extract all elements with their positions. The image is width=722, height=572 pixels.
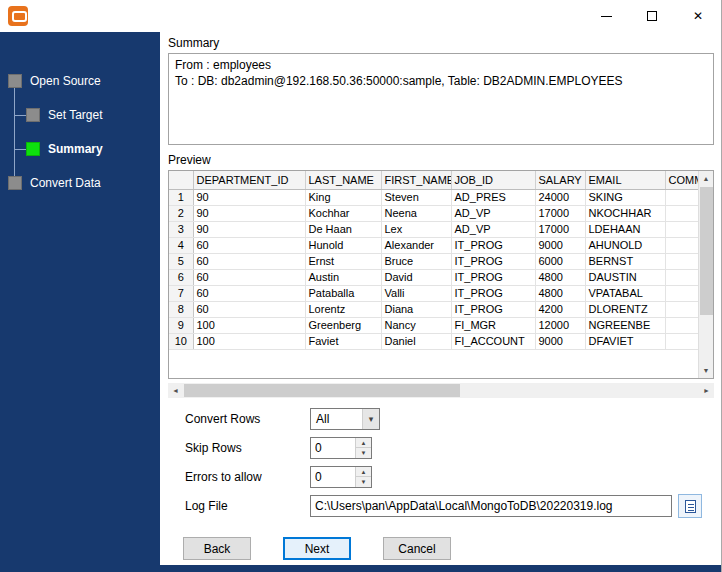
table-row[interactable]: 760PataballaValliIT_PROG4800VPATABAL — [169, 285, 698, 301]
cell[interactable]: 17000 — [535, 221, 585, 237]
cell[interactable]: Greenberg — [305, 317, 381, 333]
cell[interactable]: 60 — [193, 301, 305, 317]
cell[interactable] — [665, 301, 698, 317]
cell[interactable]: 90 — [193, 221, 305, 237]
table-row[interactable]: 660AustinDavidIT_PROG4800DAUSTIN — [169, 269, 698, 285]
scroll-up-icon[interactable]: ▲ — [699, 171, 714, 186]
column-header[interactable]: FIRST_NAME — [381, 171, 451, 189]
column-header[interactable]: SALARY — [535, 171, 585, 189]
cell[interactable]: 6000 — [535, 253, 585, 269]
cell[interactable]: FI_ACCOUNT — [451, 333, 535, 349]
row-number[interactable]: 1 — [169, 189, 193, 205]
table-row[interactable]: 190KingStevenAD_PRES24000SKING — [169, 189, 698, 205]
cell[interactable]: DAUSTIN — [585, 269, 665, 285]
cell[interactable]: 60 — [193, 253, 305, 269]
cell[interactable]: Diana — [381, 301, 451, 317]
next-button[interactable]: Next — [283, 537, 351, 560]
cell[interactable]: Steven — [381, 189, 451, 205]
cell[interactable]: Valli — [381, 285, 451, 301]
cell[interactable]: Bruce — [381, 253, 451, 269]
skip-rows-input[interactable] — [311, 438, 355, 458]
cell[interactable]: SKING — [585, 189, 665, 205]
cell[interactable]: IT_PROG — [451, 237, 535, 253]
cell[interactable] — [665, 253, 698, 269]
cell[interactable]: Ernst — [305, 253, 381, 269]
spin-down-icon[interactable]: ▼ — [356, 448, 371, 458]
cell[interactable]: AHUNOLD — [585, 237, 665, 253]
horizontal-scrollbar-thumb[interactable] — [184, 384, 460, 397]
cell[interactable]: AD_VP — [451, 205, 535, 221]
cell[interactable]: 4800 — [535, 269, 585, 285]
cell[interactable]: 12000 — [535, 317, 585, 333]
spin-down-icon[interactable]: ▼ — [356, 477, 371, 487]
vertical-scrollbar[interactable]: ▲ ▼ — [698, 171, 713, 378]
cell[interactable]: De Haan — [305, 221, 381, 237]
row-number-header[interactable] — [169, 171, 193, 189]
cell[interactable]: Lorentz — [305, 301, 381, 317]
cell[interactable]: IT_PROG — [451, 253, 535, 269]
spin-up-icon[interactable]: ▲ — [356, 467, 371, 477]
cell[interactable]: 60 — [193, 237, 305, 253]
close-button[interactable]: ✕ — [675, 0, 721, 32]
cell[interactable]: 60 — [193, 269, 305, 285]
cell[interactable]: Pataballa — [305, 285, 381, 301]
column-header[interactable]: COMMI — [665, 171, 698, 189]
log-file-input[interactable] — [310, 495, 672, 517]
errors-to-allow-input[interactable] — [311, 467, 355, 487]
scroll-right-icon[interactable]: ► — [699, 383, 714, 398]
cell[interactable] — [665, 285, 698, 301]
cancel-button[interactable]: Cancel — [383, 537, 451, 560]
cell[interactable] — [665, 221, 698, 237]
row-number[interactable]: 5 — [169, 253, 193, 269]
cell[interactable]: NKOCHHAR — [585, 205, 665, 221]
row-number[interactable]: 4 — [169, 237, 193, 253]
cell[interactable]: 100 — [193, 333, 305, 349]
spin-up-icon[interactable]: ▲ — [356, 438, 371, 448]
cell[interactable]: Lex — [381, 221, 451, 237]
maximize-button[interactable] — [629, 0, 675, 32]
cell[interactable]: David — [381, 269, 451, 285]
cell[interactable]: 90 — [193, 189, 305, 205]
table-row[interactable]: 560ErnstBruceIT_PROG6000BERNST — [169, 253, 698, 269]
table-row[interactable]: 10100FavietDanielFI_ACCOUNT9000DFAVIET — [169, 333, 698, 349]
vertical-scrollbar-thumb[interactable] — [700, 187, 713, 315]
row-number[interactable]: 9 — [169, 317, 193, 333]
cell[interactable]: Nancy — [381, 317, 451, 333]
cell[interactable]: Daniel — [381, 333, 451, 349]
table-row[interactable]: 290KochharNeenaAD_VP17000NKOCHHAR — [169, 205, 698, 221]
row-number[interactable]: 8 — [169, 301, 193, 317]
minimize-button[interactable] — [583, 0, 629, 32]
sidebar-item-convert-data[interactable]: Convert Data — [8, 176, 101, 190]
row-number[interactable]: 6 — [169, 269, 193, 285]
cell[interactable]: Hunold — [305, 237, 381, 253]
back-button[interactable]: Back — [183, 537, 251, 560]
column-header[interactable]: EMAIL — [585, 171, 665, 189]
sidebar-item-open-source[interactable]: Open Source — [8, 74, 101, 88]
cell[interactable]: Faviet — [305, 333, 381, 349]
cell[interactable]: 24000 — [535, 189, 585, 205]
row-number[interactable]: 3 — [169, 221, 193, 237]
cell[interactable]: King — [305, 189, 381, 205]
cell[interactable]: VPATABAL — [585, 285, 665, 301]
cell[interactable] — [665, 205, 698, 221]
cell[interactable]: Austin — [305, 269, 381, 285]
table-row[interactable]: 390De HaanLexAD_VP17000LDEHAAN — [169, 221, 698, 237]
sidebar-item-summary[interactable]: Summary — [26, 142, 103, 156]
row-number[interactable]: 2 — [169, 205, 193, 221]
cell[interactable]: 4800 — [535, 285, 585, 301]
cell[interactable]: DLORENTZ — [585, 301, 665, 317]
table-row[interactable]: 9100GreenbergNancyFI_MGR12000NGREENBE — [169, 317, 698, 333]
cell[interactable]: 17000 — [535, 205, 585, 221]
column-header[interactable]: JOB_ID — [451, 171, 535, 189]
cell[interactable]: FI_MGR — [451, 317, 535, 333]
cell[interactable] — [665, 317, 698, 333]
cell[interactable]: 4200 — [535, 301, 585, 317]
cell[interactable]: BERNST — [585, 253, 665, 269]
horizontal-scrollbar[interactable]: ◄ ► — [168, 383, 714, 398]
cell[interactable]: LDEHAAN — [585, 221, 665, 237]
cell[interactable]: Neena — [381, 205, 451, 221]
cell[interactable]: AD_VP — [451, 221, 535, 237]
column-header[interactable]: DEPARTMENT_ID — [193, 171, 305, 189]
cell[interactable]: AD_PRES — [451, 189, 535, 205]
table-row[interactable]: 460HunoldAlexanderIT_PROG9000AHUNOLD — [169, 237, 698, 253]
